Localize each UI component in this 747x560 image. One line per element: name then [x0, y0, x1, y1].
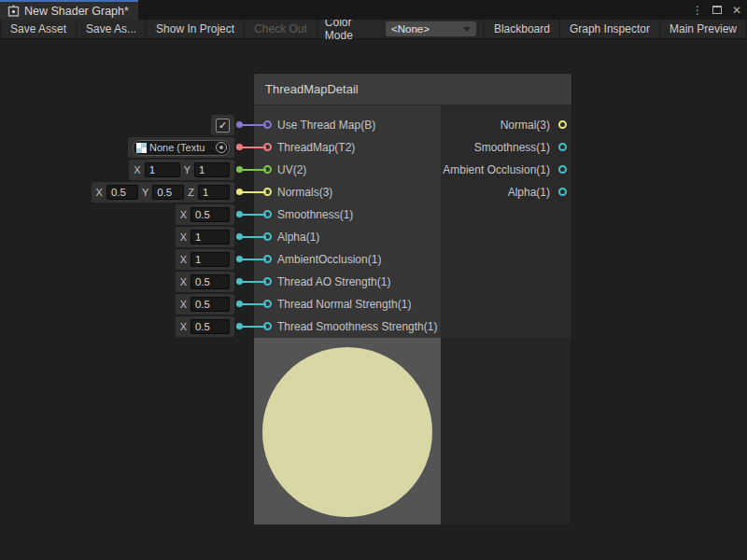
port-default-widget: X [176, 294, 234, 315]
input-port-row: Thread AO Strength(1)X [254, 271, 441, 293]
node-header[interactable]: ThreadMapDetail [254, 74, 571, 105]
output-port-circle[interactable] [558, 188, 567, 196]
input-port-row: Use Thread Map(B)✓ [254, 114, 441, 136]
input-port-row: Normals(3)XYZ [254, 181, 441, 203]
node-body: Use Thread Map(B)✓ThreadMap(T2)None (Tex… [254, 105, 571, 338]
port-default-widget: XYZ [92, 182, 234, 203]
input-ports-column: Use Thread Map(B)✓ThreadMap(T2)None (Tex… [254, 105, 441, 338]
title-bar: New Shader Graph* ⋮ ✕ [0, 0, 747, 20]
input-port-row: AmbientOcclusion(1)X [254, 248, 441, 271]
number-field[interactable] [190, 207, 230, 222]
save-as-button[interactable]: Save As... [77, 20, 147, 38]
input-port-label: Smoothness(1) [277, 203, 353, 226]
input-port-label: Thread Smoothness Strength(1) [277, 315, 437, 338]
number-field[interactable] [198, 185, 230, 200]
preview-viewport [254, 338, 441, 525]
port-default-widget: None (Textu [128, 137, 234, 158]
texture-object-field[interactable]: None (Textu [133, 140, 230, 156]
port-default-dot [236, 323, 243, 329]
input-port-row: UV(2)XY [254, 159, 441, 181]
axis-label: X [134, 164, 140, 175]
blackboard-button[interactable]: Blackboard [484, 20, 560, 38]
object-picker-icon[interactable] [216, 142, 227, 153]
number-field[interactable] [190, 319, 230, 334]
number-field[interactable] [190, 274, 230, 289]
port-default-widget: X [176, 227, 234, 247]
input-port-label: Thread AO Strength(1) [277, 271, 390, 293]
number-field[interactable] [145, 162, 180, 177]
object-picker-dot [219, 146, 223, 149]
use-thread-map-checkbox[interactable]: ✓ [216, 119, 230, 133]
toolbar-right-group: BlackboardGraph InspectorMain Preview [484, 20, 747, 38]
color-mode-dropdown[interactable]: <None> [386, 21, 476, 36]
node-title: ThreadMapDetail [254, 82, 359, 96]
port-default-dot [236, 278, 243, 285]
port-default-widget: XY [129, 160, 234, 180]
input-port-row: Thread Normal Strength(1)X [254, 293, 441, 315]
axis-label: X [180, 209, 187, 220]
output-port-label: Normal(3) [500, 114, 550, 136]
port-default-dot [236, 166, 243, 173]
output-ports-column: Normal(3)Smoothness(1)Ambient Occlusion(… [441, 105, 571, 338]
port-connector-line [241, 303, 266, 305]
graph-inspector-button[interactable]: Graph Inspector [560, 20, 660, 38]
axis-label: X [180, 276, 187, 287]
number-field[interactable] [190, 297, 230, 312]
node-preview [254, 338, 571, 525]
axis-label: X [180, 231, 187, 243]
number-field[interactable] [152, 185, 184, 200]
main-preview-button[interactable]: Main Preview [660, 20, 747, 38]
toolbar-left-group: Save AssetSave As...Show In ProjectCheck… [0, 20, 317, 38]
maximize-icon[interactable] [711, 4, 724, 17]
port-connector-line [241, 326, 266, 328]
number-field[interactable] [194, 162, 230, 177]
port-connector-line [241, 191, 266, 193]
close-icon[interactable]: ✕ [730, 4, 743, 17]
axis-label: Y [184, 164, 190, 175]
number-field[interactable] [190, 230, 230, 245]
input-port-label: Use Thread Map(B) [277, 114, 375, 136]
port-connector-line [241, 147, 266, 148]
port-connector-line [241, 214, 266, 216]
output-port-label: Smoothness(1) [474, 136, 550, 159]
port-default-dot [236, 189, 243, 195]
axis-label: Y [142, 187, 148, 198]
axis-label: X [180, 299, 187, 310]
input-port-row: Alpha(1)X [254, 226, 441, 248]
input-port-label: Alpha(1) [277, 226, 319, 248]
port-connector-line [241, 236, 266, 238]
axis-label: X [180, 254, 187, 265]
output-port-label: Ambient Occlusion(1) [443, 159, 550, 181]
window-tab[interactable]: New Shader Graph* [0, 0, 138, 20]
output-port-circle[interactable] [558, 120, 567, 129]
output-port-label: Alpha(1) [508, 181, 550, 203]
port-default-dot [236, 211, 243, 217]
port-connector-line [241, 169, 266, 171]
output-port-row: Normal(3) [441, 114, 571, 136]
more-icon[interactable]: ⋮ [691, 4, 704, 17]
texture-field-value: None (Textu [149, 142, 213, 153]
port-default-widget: X [176, 204, 234, 225]
shader-node[interactable]: ThreadMapDetail Use Thread Map(B)✓Thread… [253, 73, 572, 525]
number-field[interactable] [190, 252, 230, 267]
axis-label: Z [188, 187, 194, 198]
output-port-row: Alpha(1) [441, 181, 571, 203]
number-field[interactable] [106, 185, 138, 200]
output-port-circle[interactable] [558, 143, 567, 151]
graph-canvas[interactable]: ThreadMapDetail Use Thread Map(B)✓Thread… [0, 39, 747, 560]
input-port-row: Smoothness(1)X [254, 203, 441, 226]
input-port-label: Thread Normal Strength(1) [277, 293, 411, 315]
tab-title: New Shader Graph* [24, 5, 129, 18]
shader-graph-icon [7, 5, 20, 17]
save-asset-button[interactable]: Save Asset [0, 20, 77, 38]
port-connector-line [241, 124, 266, 126]
axis-label: X [180, 321, 187, 332]
output-port-circle[interactable] [558, 165, 567, 174]
axis-label: X [96, 187, 103, 198]
port-default-dot [236, 256, 243, 262]
window-controls: ⋮ ✕ [691, 0, 743, 20]
maximize-glyph [712, 6, 722, 14]
input-port-label: Normals(3) [277, 181, 332, 203]
show-in-project-button[interactable]: Show In Project [147, 20, 245, 38]
port-default-widget: X [176, 272, 234, 292]
